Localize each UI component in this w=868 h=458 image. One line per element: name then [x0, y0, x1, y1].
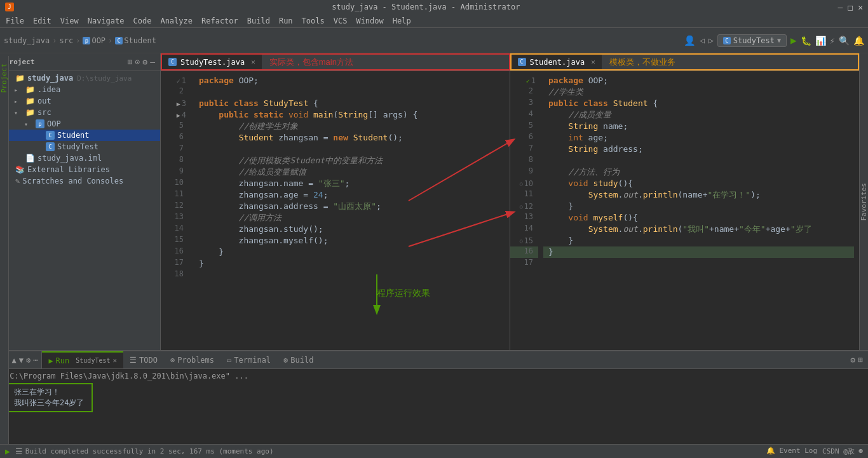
panel-gear-icon[interactable]: ⊞: [858, 355, 863, 365]
sidebar: Project ⊞ ⊙ ⚙ — ▾ 📁 study_java D:\study_…: [0, 53, 161, 350]
settings-icon[interactable]: ⚙: [142, 57, 147, 67]
right-tab-annotation: 模板类，不做业务: [602, 55, 683, 69]
tree-expand-icon: ▸: [14, 98, 24, 105]
menu-vcs[interactable]: VCS: [329, 15, 352, 27]
tree-item-study-java[interactable]: ▾ 📁 study_java D:\study_java: [0, 72, 160, 84]
tab-close-button[interactable]: ✕: [591, 58, 595, 66]
back-icon[interactable]: ◁: [700, 36, 705, 45]
status-todo-icon[interactable]: ☰: [15, 447, 23, 456]
toolbar-right: 👤 ◁ ▷ C StudyTest ▼ ▶ 🐛 📊 ⚡ 🔍 🔔: [684, 34, 864, 47]
tree-item-oop[interactable]: ▾ p OOP: [0, 118, 160, 130]
tree-label: Scratches and Consoles: [22, 177, 123, 185]
forward-icon[interactable]: ▷: [709, 36, 714, 45]
menu-window[interactable]: Window: [351, 15, 388, 27]
menu-code[interactable]: Code: [129, 15, 156, 27]
tree-item-external-libs[interactable]: ▸ 📚 External Libraries: [0, 164, 160, 175]
favorites-tab[interactable]: Favorites: [860, 183, 868, 221]
collapse-all-icon[interactable]: ⊞: [128, 57, 133, 67]
menu-navigate[interactable]: Navigate: [83, 15, 129, 27]
bottom-tab-terminal[interactable]: ▭ Terminal: [220, 351, 277, 368]
tab-icon: C: [518, 58, 526, 66]
menu-run[interactable]: Run: [275, 15, 297, 27]
tree-item-out[interactable]: ▸ 📁 out: [0, 95, 160, 107]
hide-icon[interactable]: —: [150, 57, 155, 67]
tree-item-iml[interactable]: 📄 study_java.iml: [0, 152, 160, 164]
run-button[interactable]: ▶: [790, 34, 797, 46]
tree-item-src[interactable]: ▾ 📁 src: [0, 107, 160, 118]
bottom-tab-todo[interactable]: ☰ TODO: [123, 351, 164, 368]
run-output-line2: 我叫张三今年24岁了: [14, 398, 84, 408]
debug-button[interactable]: 🐛: [801, 36, 811, 46]
run-down-icon[interactable]: ▼: [19, 356, 24, 365]
status-run-icon[interactable]: ▶: [5, 447, 10, 456]
locate-icon[interactable]: ⊙: [135, 57, 140, 67]
title-bar: J study_java - Student.java - Administra…: [0, 0, 868, 14]
code-line-3: public class StudyTest {: [194, 98, 505, 109]
tree-item-idea[interactable]: ▸ 📁 .idea: [0, 84, 160, 95]
run-up-icon[interactable]: ▲: [11, 356, 16, 365]
minimize-button[interactable]: —: [838, 3, 843, 12]
breadcrumb-src[interactable]: src: [59, 36, 73, 45]
r-code-line-2: //学生类: [543, 86, 854, 98]
breadcrumb-study-java[interactable]: study_java: [4, 36, 50, 45]
menu-refactor[interactable]: Refactor: [197, 15, 243, 27]
todo-tab-icon: ☰: [130, 356, 137, 365]
run-settings-icon[interactable]: ⚙: [26, 356, 31, 365]
close-button[interactable]: ✕: [858, 3, 863, 12]
bottom-panel-controls[interactable]: ⚙ ⊞: [845, 355, 868, 365]
folder-icon: 📁: [25, 85, 35, 94]
project-folder-icon: 📁: [15, 74, 25, 83]
tab-student[interactable]: C Student.java ✕: [512, 55, 602, 69]
status-event-log[interactable]: 🔔 Event Log: [766, 447, 817, 456]
tree-path: D:\study_java: [77, 74, 132, 83]
window-controls[interactable]: — □ ✕: [838, 3, 863, 12]
menu-analyze[interactable]: Analyze: [156, 15, 197, 27]
tree-label: out: [37, 97, 51, 105]
menu-file[interactable]: File: [1, 15, 29, 27]
search-button[interactable]: 🔍: [839, 36, 850, 46]
r-code-line-6: int age;: [543, 132, 854, 144]
notification-button[interactable]: 🔔: [853, 36, 864, 46]
tree-item-student[interactable]: C Student: [0, 130, 160, 141]
bottom-tabs: ▶ Run StudyTest ✕ ☰ TODO ⊗ Problems ▭ Te…: [42, 351, 320, 368]
code-line-10: zhangsan.name = "张三";: [194, 178, 505, 189]
code-line-1: package OOP;: [194, 75, 505, 86]
avatar-icon[interactable]: 👤: [684, 35, 696, 46]
bottom-tab-problems[interactable]: ⊗ Problems: [164, 351, 220, 368]
breadcrumb-student[interactable]: CStudent: [115, 36, 156, 45]
coverage-button[interactable]: 📊: [815, 36, 826, 46]
run-extra-icon[interactable]: ⋯: [33, 356, 37, 365]
tree-item-studytest[interactable]: C StudyTest: [0, 141, 160, 152]
tab-close-button[interactable]: ✕: [251, 58, 255, 66]
tab-bar-row: C StudyTest.java ✕ 实际类，包含main方法 C Studen…: [161, 53, 859, 71]
bottom-tab-build[interactable]: ⚙ Build: [277, 351, 320, 368]
r-code-line-13: void myself(){: [543, 212, 854, 224]
file-icon: 📄: [25, 154, 35, 163]
class-icon: C: [115, 37, 123, 44]
menu-tools[interactable]: Tools: [297, 15, 329, 27]
app-icon: J: [5, 3, 14, 11]
menu-edit[interactable]: Edit: [29, 15, 56, 27]
tab-studytest[interactable]: C StudyTest.java ✕: [162, 55, 262, 69]
run-tab-close[interactable]: ✕: [112, 356, 117, 365]
maximize-button[interactable]: □: [848, 3, 853, 12]
code-line-5: //创建学生对象: [194, 121, 505, 132]
panel-settings-icon[interactable]: ⚙: [850, 355, 855, 365]
run-config-selector[interactable]: C StudyTest ▼: [717, 34, 787, 47]
menu-view[interactable]: View: [56, 15, 83, 27]
menu-help[interactable]: Help: [388, 15, 416, 27]
build-tab-label: Build: [290, 356, 313, 365]
left-code-content[interactable]: package OOP; public class StudyTest { pu…: [189, 71, 510, 350]
tree-item-scratches[interactable]: ▸ ✎ Scratches and Consoles: [0, 175, 160, 187]
terminal-tab-icon: ▭: [227, 356, 231, 365]
right-code-area[interactable]: ✓1 2 3 4 5 6 7 8 9 ○10 11 ○12 13: [510, 71, 859, 350]
breadcrumb-oop[interactable]: pOOP: [83, 36, 105, 45]
right-code-content[interactable]: package OOP; //学生类 public class Student …: [538, 71, 859, 350]
left-code-area[interactable]: ✓1 2 ▶3 ▶4 5 6 7 8 9 10 11 12 13: [161, 71, 510, 350]
bottom-tab-run[interactable]: ▶ Run StudyTest ✕: [42, 351, 123, 368]
project-vertical-tab[interactable]: Project: [0, 61, 8, 95]
sidebar-actions[interactable]: ⊞ ⊙ ⚙ —: [128, 57, 155, 67]
profile-button[interactable]: ⚡: [830, 36, 835, 46]
menu-build[interactable]: Build: [243, 15, 275, 27]
class-icon: C: [46, 131, 55, 140]
